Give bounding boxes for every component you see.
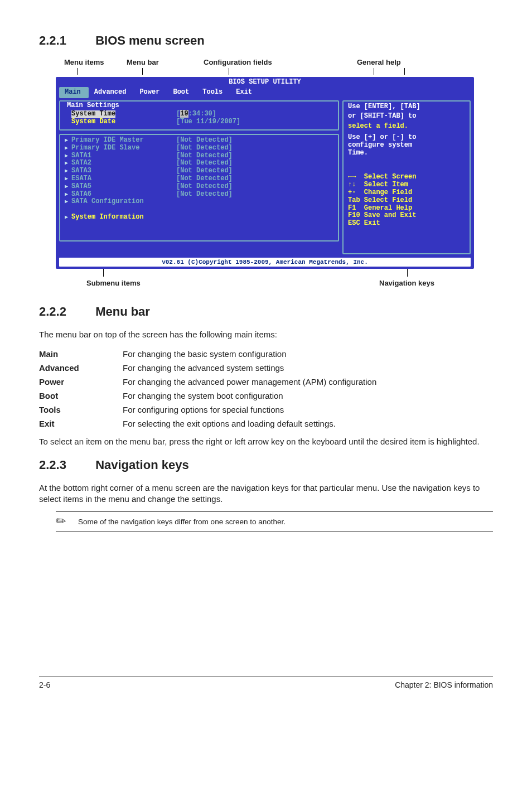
s222-intro: The menu bar on top of the screen has th… bbox=[39, 329, 493, 340]
sata1-label: SATA1 bbox=[71, 152, 91, 160]
help-mid-line2: configure system bbox=[348, 142, 465, 149]
table-row: PowerFor changing the advanced power man… bbox=[39, 375, 376, 389]
tick bbox=[77, 68, 78, 75]
section-221-num: 2.2.1 bbox=[39, 33, 92, 48]
row-sata6[interactable]: SATA6 [Not Detected] bbox=[65, 191, 333, 199]
tick bbox=[229, 68, 229, 75]
table-row: ToolsFor configuring options for special… bbox=[39, 403, 376, 417]
def-val: For configuring options for special func… bbox=[123, 403, 376, 417]
row-sata5[interactable]: SATA5 [Not Detected] bbox=[65, 183, 333, 191]
label-menu-items: Menu items bbox=[64, 58, 104, 66]
sata6-value: [Not Detected] bbox=[176, 190, 233, 198]
section-223-num: 2.2.3 bbox=[39, 458, 92, 472]
row-esata[interactable]: ESATA [Not Detected] bbox=[65, 175, 333, 183]
system-time-rest: :34:30] bbox=[188, 110, 216, 118]
bios-help-box: Use [ENTER], [TAB] or [SHIFT-TAB] to sel… bbox=[342, 100, 471, 254]
table-row: AdvancedFor changing the advanced system… bbox=[39, 361, 376, 375]
label-navigation-keys: Navigation keys bbox=[379, 279, 434, 287]
bios-menu-bar: Main Advanced Power Boot Tools Exit bbox=[56, 87, 474, 100]
tick bbox=[374, 68, 374, 75]
row-system-date[interactable]: System Date [Tue 11/19/2007] bbox=[65, 118, 333, 126]
arrow-icon bbox=[65, 137, 71, 144]
nav-line: +- Change Field bbox=[348, 189, 465, 197]
sata2-label: SATA2 bbox=[71, 160, 91, 167]
row-primary-ide-slave[interactable]: Primary IDE Slave [Not Detected] bbox=[65, 144, 333, 152]
def-val: For changing the advanced power manageme… bbox=[123, 375, 376, 389]
def-key: Tools bbox=[39, 403, 123, 417]
table-row: MainFor changing the basic system config… bbox=[39, 347, 376, 361]
def-val: For changing the system boot configurati… bbox=[123, 389, 376, 403]
sata5-value: [Not Detected] bbox=[176, 182, 233, 190]
bottom-callout-labels: Submenu items Navigation keys bbox=[56, 269, 474, 294]
system-date-value: [Tue 11/19/2007] bbox=[176, 118, 240, 125]
top-callout-labels: Menu items Menu bar Configuration fields… bbox=[56, 58, 474, 77]
arrow-icon bbox=[65, 167, 71, 175]
menu-advanced[interactable]: Advanced bbox=[89, 87, 134, 98]
footer-chapter: Chapter 2: BIOS information bbox=[395, 680, 493, 689]
row-sata1[interactable]: SATA1 [Not Detected] bbox=[65, 152, 333, 160]
sata2-value: [Not Detected] bbox=[176, 159, 233, 167]
menu-tools[interactable]: Tools bbox=[197, 87, 230, 98]
pis-value: [Not Detected] bbox=[176, 144, 233, 152]
row-sata-config[interactable]: SATA Configuration bbox=[65, 198, 333, 206]
arrow-icon bbox=[65, 160, 71, 167]
sata-config-label: SATA Configuration bbox=[71, 198, 144, 206]
table-row: ExitFor selecting the exit options and l… bbox=[39, 417, 376, 431]
label-submenu-items: Submenu items bbox=[86, 279, 141, 287]
bios-footer: v02.61 (C)Copyright 1985-2009, American … bbox=[59, 258, 471, 267]
main-settings-title: Main Settings bbox=[67, 102, 119, 109]
system-time-hours[interactable]: 19 bbox=[180, 110, 188, 118]
arrow-icon bbox=[65, 198, 71, 206]
def-key: Exit bbox=[39, 417, 123, 431]
help-top-line2: or [SHIFT-TAB] to bbox=[348, 113, 465, 120]
system-date-label: System Date bbox=[71, 118, 115, 126]
arrow-icon bbox=[65, 191, 71, 199]
arrow-icon bbox=[65, 152, 71, 160]
menu-definitions-table: MainFor changing the basic system config… bbox=[39, 347, 376, 431]
esata-value: [Not Detected] bbox=[176, 175, 233, 182]
row-primary-ide-master[interactable]: Primary IDE Master [Not Detected] bbox=[65, 137, 333, 144]
table-row: BootFor changing the system boot configu… bbox=[39, 389, 376, 403]
section-221-heading: 2.2.1 BIOS menu screen bbox=[39, 33, 493, 48]
def-val: For selecting the exit options and loadi… bbox=[123, 417, 376, 431]
sata6-label: SATA6 bbox=[71, 191, 91, 199]
row-sata3[interactable]: SATA3 [Not Detected] bbox=[65, 167, 333, 175]
arrow-icon bbox=[65, 144, 71, 152]
tick bbox=[404, 68, 405, 75]
tick bbox=[407, 269, 408, 277]
arrow-icon bbox=[65, 175, 71, 183]
system-time-label: System Time bbox=[71, 110, 115, 118]
menu-power[interactable]: Power bbox=[134, 87, 167, 98]
menu-boot[interactable]: Boot bbox=[167, 87, 197, 98]
section-222-title: Menu bar bbox=[95, 305, 150, 318]
def-key: Power bbox=[39, 375, 123, 389]
row-sata2[interactable]: SATA2 [Not Detected] bbox=[65, 160, 333, 167]
menu-exit[interactable]: Exit bbox=[230, 87, 260, 98]
nav-line: F1 General Help bbox=[348, 205, 465, 212]
pim-label: Primary IDE Master bbox=[71, 137, 144, 144]
def-val: For changing the advanced system setting… bbox=[123, 361, 376, 375]
def-key: Main bbox=[39, 347, 123, 361]
sata5-label: SATA5 bbox=[71, 183, 91, 191]
section-223-heading: 2.2.3 Navigation keys bbox=[39, 458, 493, 472]
sata1-value: [Not Detected] bbox=[176, 152, 233, 160]
sysinfo-label: System Information bbox=[71, 214, 144, 221]
def-val: For changing the basic system configurat… bbox=[123, 347, 376, 361]
bios-title: BIOS SETUP UTILITY bbox=[56, 77, 474, 87]
nav-line: ←→ Select Screen bbox=[348, 173, 465, 181]
row-system-information[interactable]: System Information bbox=[65, 214, 333, 221]
note-text: Some of the navigation keys differ from … bbox=[78, 518, 286, 526]
row-system-time[interactable]: System Time [19:34:30] bbox=[65, 110, 333, 118]
section-222-num: 2.2.2 bbox=[39, 305, 92, 319]
pis-label: Primary IDE Slave bbox=[71, 144, 139, 152]
s223-body: At the bottom right corner of a menu scr… bbox=[39, 482, 493, 505]
help-top-line1: Use [ENTER], [TAB] bbox=[348, 103, 465, 111]
pim-value: [Not Detected] bbox=[176, 136, 233, 144]
esata-label: ESATA bbox=[71, 175, 91, 183]
bios-main-settings-box: Main Settings System Time [19:34:30] Sys… bbox=[59, 100, 339, 131]
help-mid-line1: Use [+] or [-] to bbox=[348, 134, 465, 142]
label-config-fields: Configuration fields bbox=[204, 58, 272, 66]
menu-main[interactable]: Main bbox=[59, 87, 89, 98]
tick bbox=[103, 269, 104, 277]
section-223-title: Navigation keys bbox=[95, 458, 189, 472]
